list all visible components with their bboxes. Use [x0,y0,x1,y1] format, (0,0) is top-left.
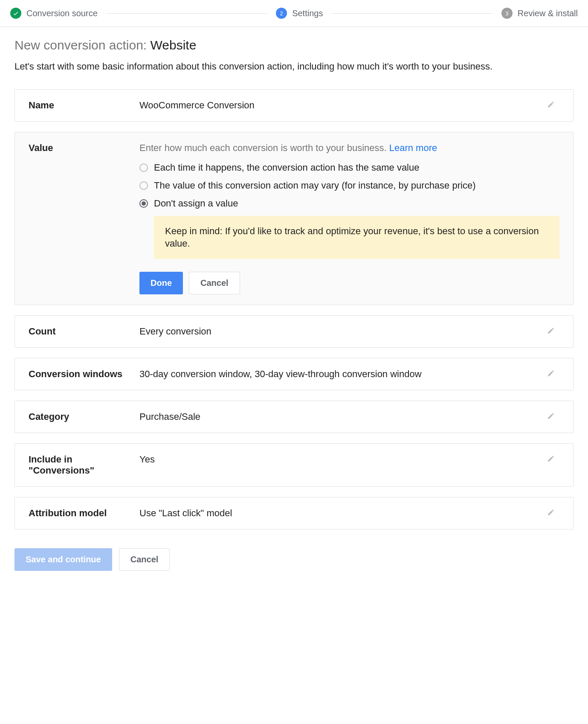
step-review-install[interactable]: 3 Review & install [501,8,578,19]
step-divider [106,13,267,14]
edit-button[interactable] [542,508,559,516]
footer-actions: Save and continue Cancel [14,548,574,571]
page-title: New conversion action: Website [14,38,574,52]
section-conversion-windows: Conversion windows 30-day conversion win… [14,358,574,390]
edit-button[interactable] [542,369,559,377]
pencil-icon [547,455,555,462]
radio-label: The value of this conversion action may … [154,180,475,191]
cancel-button[interactable]: Cancel [119,548,170,571]
section-category: Category Purchase/Sale [14,401,574,433]
step-settings[interactable]: 2 Settings [276,8,323,19]
check-icon [10,8,21,19]
section-include-conversions: Include in "Conversions" Yes [14,443,574,487]
section-value: Purchase/Sale [139,411,542,422]
step-conversion-source[interactable]: Conversion source [10,8,98,19]
info-callout: Keep in mind: If you'd like to track and… [154,216,559,259]
section-label: Conversion windows [29,369,139,380]
section-label: Include in "Conversions" [29,454,139,476]
section-label: Name [29,100,139,111]
step-label: Review & install [518,9,578,18]
edit-button[interactable] [542,411,559,420]
pencil-icon [547,412,555,420]
section-value: 30-day conversion window, 30-day view-th… [139,369,542,380]
value-description: Enter how much each conversion is worth … [139,142,559,154]
section-attribution-model: Attribution model Use "Last click" model [14,497,574,529]
step-number-icon: 2 [276,8,287,19]
section-value: Value Enter how much each conversion is … [14,132,574,305]
edit-button[interactable] [542,100,559,108]
stepper: Conversion source 2 Settings 3 Review & … [0,0,588,27]
section-name: Name WooCommerce Conversion [14,89,574,122]
section-count: Count Every conversion [14,315,574,348]
learn-more-link[interactable]: Learn more [389,142,437,153]
radio-label: Don't assign a value [154,198,238,209]
radio-icon [139,181,148,190]
radio-same-value[interactable]: Each time it happens, the conversion act… [139,162,559,173]
radio-no-value[interactable]: Don't assign a value [139,198,559,209]
pencil-icon [547,509,555,516]
step-divider [331,13,492,14]
radio-icon [139,163,148,172]
page-description: Let's start with some basic information … [14,61,574,72]
pencil-icon [547,101,555,108]
pencil-icon [547,327,555,334]
edit-button[interactable] [542,454,559,462]
cancel-button[interactable]: Cancel [189,272,240,294]
edit-button[interactable] [542,326,559,334]
radio-vary-value[interactable]: The value of this conversion action may … [139,180,559,191]
section-value: Yes [139,454,542,465]
step-label: Conversion source [26,9,98,18]
section-value: Use "Last click" model [139,508,542,519]
save-continue-button[interactable]: Save and continue [14,548,112,571]
radio-icon [139,199,148,208]
section-label: Value [29,142,139,154]
section-value: Every conversion [139,326,542,337]
done-button[interactable]: Done [139,272,183,294]
pencil-icon [547,369,555,377]
section-value: WooCommerce Conversion [139,100,542,111]
step-number-icon: 3 [501,8,513,19]
section-label: Attribution model [29,508,139,519]
section-label: Category [29,411,139,422]
section-label: Count [29,326,139,337]
step-label: Settings [292,9,323,18]
radio-label: Each time it happens, the conversion act… [154,162,419,173]
